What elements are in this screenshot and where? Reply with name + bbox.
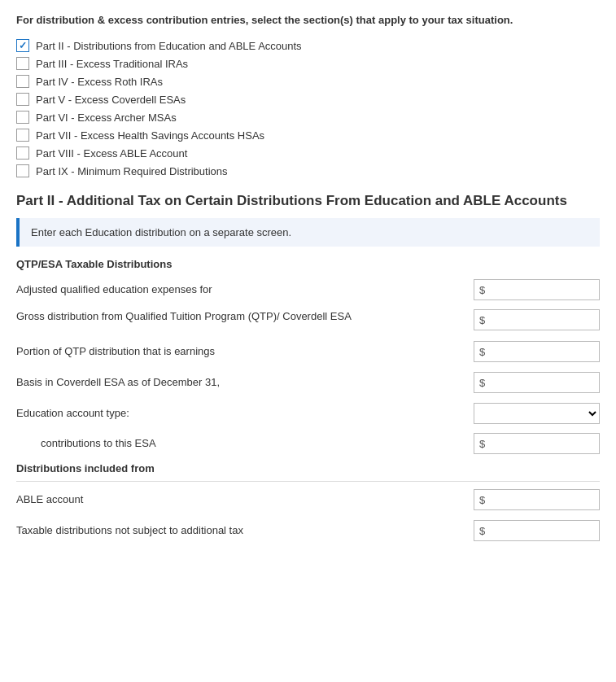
checkbox-row-part6: Part VI - Excess Archer MSAs xyxy=(16,111,600,124)
dollar-sign-adj_qualified: $ xyxy=(479,284,485,296)
form-row-basis_coverdell: Basis in Coverdell ESA as of December 31… xyxy=(16,371,600,394)
dist-row-taxable_dist: Taxable distributions not subject to add… xyxy=(16,519,600,542)
input-adj_qualified[interactable] xyxy=(487,284,594,296)
info-box-text: Enter each Education distribution on a s… xyxy=(31,226,291,238)
input-wrapper-gross_dist: $ xyxy=(474,309,600,330)
input-portion_qtp[interactable] xyxy=(487,346,594,358)
input-wrapper-adj_qualified: $ xyxy=(474,279,600,300)
checkbox-row-part9: Part IX - Minimum Required Distributions xyxy=(16,164,600,177)
input-wrapper-able_account: $ xyxy=(474,489,600,510)
dollar-sign-taxable_dist: $ xyxy=(479,525,485,537)
input-wrapper-taxable_dist: $ xyxy=(474,520,600,541)
dollar-sign-contributions: $ xyxy=(479,438,485,450)
subsection-heading: QTP/ESA Taxable Distributions xyxy=(16,258,600,270)
checkbox-label-part2: Part II - Distributions from Education a… xyxy=(36,40,302,52)
dollar-sign-able_account: $ xyxy=(479,494,485,506)
input-wrapper-portion_qtp: $ xyxy=(474,341,600,362)
form-rows-container: Adjusted qualified education expenses fo… xyxy=(16,278,600,454)
checkbox-label-part3: Part III - Excess Traditional IRAs xyxy=(36,58,188,70)
checkbox-row-part3: Part III - Excess Traditional IRAs xyxy=(16,57,600,70)
checkbox-label-part9: Part IX - Minimum Required Distributions xyxy=(36,165,228,177)
form-row-gross_dist: Gross distribution from Qualified Tuitio… xyxy=(16,309,600,332)
dollar-sign-portion_qtp: $ xyxy=(479,346,485,358)
form-label-adj_qualified: Adjusted qualified education expenses fo… xyxy=(16,282,474,297)
checkbox-part4[interactable] xyxy=(16,75,29,88)
intro-text: For distribution & excess contribution e… xyxy=(16,13,600,28)
input-able_account[interactable] xyxy=(487,494,594,506)
dist-label-able_account: ABLE account xyxy=(16,492,474,507)
section-heading: Part II - Additional Tax on Certain Dist… xyxy=(16,192,600,210)
checkbox-part6[interactable] xyxy=(16,111,29,124)
form-row-contributions: contributions to this ESA$ xyxy=(16,433,600,454)
dollar-sign-gross_dist: $ xyxy=(479,314,485,326)
input-basis_coverdell[interactable] xyxy=(487,377,594,389)
form-label-contributions: contributions to this ESA xyxy=(41,436,474,451)
checkbox-part5[interactable] xyxy=(16,93,29,106)
input-gross_dist[interactable] xyxy=(487,314,594,326)
checkbox-label-part5: Part V - Excess Coverdell ESAs xyxy=(36,94,186,106)
info-box: Enter each Education distribution on a s… xyxy=(16,218,600,247)
checkbox-label-part4: Part IV - Excess Roth IRAs xyxy=(36,76,163,88)
checkbox-label-part6: Part VI - Excess Archer MSAs xyxy=(36,111,177,124)
form-label-gross_dist: Gross distribution from Qualified Tuitio… xyxy=(16,309,474,324)
checkbox-part9[interactable] xyxy=(16,164,29,177)
checkbox-part2[interactable]: ✓ xyxy=(16,39,29,52)
checkbox-label-part7: Part VII - Excess Health Savings Account… xyxy=(36,129,264,142)
form-row-edu_account_type: Education account type: xyxy=(16,402,600,425)
distributions-heading: Distributions included from xyxy=(16,462,600,474)
checkbox-part3[interactable] xyxy=(16,57,29,70)
checkbox-row-part8: Part VIII - Excess ABLE Account xyxy=(16,146,600,160)
form-row-adj_qualified: Adjusted qualified education expenses fo… xyxy=(16,278,600,301)
input-taxable_dist[interactable] xyxy=(487,525,594,537)
checkbox-row-part2: ✓Part II - Distributions from Education … xyxy=(16,39,600,52)
form-row-portion_qtp: Portion of QTP distribution that is earn… xyxy=(16,340,600,363)
input-wrapper-basis_coverdell: $ xyxy=(474,372,600,393)
dist-row-able_account: ABLE account$ xyxy=(16,488,600,511)
dist-rows-container: ABLE account$Taxable distributions not s… xyxy=(16,488,600,542)
dist-label-taxable_dist: Taxable distributions not subject to add… xyxy=(16,523,474,538)
checkbox-row-part5: Part V - Excess Coverdell ESAs xyxy=(16,93,600,106)
checkbox-row-part4: Part IV - Excess Roth IRAs xyxy=(16,75,600,88)
form-label-edu_account_type: Education account type: xyxy=(16,406,474,421)
checkbox-part7[interactable] xyxy=(16,129,29,142)
form-label-basis_coverdell: Basis in Coverdell ESA as of December 31… xyxy=(16,375,474,390)
input-wrapper-contributions: $ xyxy=(474,433,600,454)
select-edu_account_type[interactable] xyxy=(474,403,600,424)
form-label-portion_qtp: Portion of QTP distribution that is earn… xyxy=(16,344,474,359)
checkboxes-container: ✓Part II - Distributions from Education … xyxy=(16,39,600,177)
checkbox-row-part7: Part VII - Excess Health Savings Account… xyxy=(16,129,600,142)
checkbox-label-part8: Part VIII - Excess ABLE Account xyxy=(36,147,187,160)
input-contributions[interactable] xyxy=(487,438,594,450)
dollar-sign-basis_coverdell: $ xyxy=(479,377,485,389)
checkbox-part8[interactable] xyxy=(16,146,29,160)
divider xyxy=(16,481,600,482)
